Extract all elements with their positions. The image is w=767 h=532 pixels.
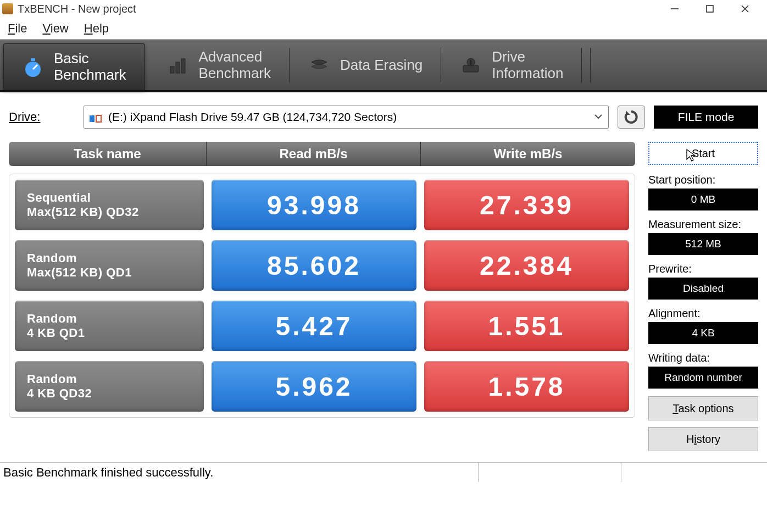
measurement-size-label: Measurement size: [648,218,758,231]
menu-view-label: iew [51,21,69,35]
start-position-value[interactable]: 0 MB [648,189,758,210]
stopwatch-icon [22,56,44,78]
task-cell: Random Max(512 KB) QD1 [15,240,204,291]
write-cell: 27.339 [424,180,629,230]
task-cell: Random 4 KB QD1 [15,301,204,351]
col-read: Read mB/s [207,142,421,166]
alignment-value[interactable]: 4 KB [648,322,758,344]
prewrite-value[interactable]: Disabled [648,278,758,300]
write-cell: 1.578 [424,361,629,412]
read-cell: 93.998 [212,180,416,230]
titlebar: TxBENCH - New project [0,0,767,18]
read-cell: 5.427 [212,301,416,351]
menubar: File View Help [0,18,767,40]
svg-rect-1 [707,5,713,12]
history-button[interactable]: History [648,427,758,451]
write-cell: 1.551 [424,301,629,351]
tab-label: Drive Information [492,49,563,82]
window-title: TxBENCH - New project [18,3,665,15]
tab-label: Basic Benchmark [54,51,126,84]
start-button[interactable]: Start [648,142,758,165]
tab-advanced-benchmark[interactable]: Advanced Benchmark [148,40,290,90]
write-cell: 22.384 [424,240,629,291]
measurement-size-value[interactable]: 512 MB [648,233,758,255]
tab-label: Advanced Benchmark [199,49,271,82]
svg-rect-7 [170,66,174,73]
writing-data-label: Writing data: [648,352,758,364]
svg-rect-9 [181,59,185,73]
app-icon [2,3,13,14]
drive-info-icon: i [460,54,482,76]
erase-icon [308,54,330,76]
status-segment [478,463,621,482]
read-cell: 5.962 [212,361,416,412]
drive-select-value: (E:) iXpand Flash Drive 59.47 GB (124,73… [108,110,397,124]
tab-data-erasing[interactable]: Data Erasing [290,40,441,90]
result-row: Sequential Max(512 KB) QD32 93.998 27.33… [15,180,629,230]
sidebar: Start Start position: 0 MB Measurement s… [648,142,758,458]
status-segment [621,463,764,482]
task-options-button[interactable]: Task options [648,396,758,420]
svg-rect-14 [96,115,101,122]
writing-data-value[interactable]: Random number [648,367,758,389]
chevron-down-icon [594,110,603,124]
drive-select[interactable]: (E:) iXpand Flash Drive 59.47 GB (124,73… [84,106,609,129]
start-position-label: Start position: [648,174,758,186]
refresh-button[interactable] [618,106,645,129]
refresh-icon [624,109,639,125]
tab-basic-benchmark[interactable]: Basic Benchmark [3,43,145,90]
tab-strip: Basic Benchmark Advanced Benchmark Data … [0,40,767,92]
prewrite-label: Prewrite: [648,263,758,275]
bar-chart-icon [167,54,189,76]
tab-drive-information[interactable]: i Drive Information [441,40,582,90]
menu-file-label: ile [15,21,27,35]
cursor-icon [686,148,697,165]
drive-label: Drive: [9,110,75,124]
task-cell: Random 4 KB QD32 [15,361,204,412]
file-mode-button[interactable]: FILE mode [654,106,758,129]
col-write: Write mB/s [421,142,635,166]
menu-help[interactable]: Help [84,21,109,36]
close-button[interactable] [735,1,755,16]
menu-file[interactable]: File [8,21,27,36]
read-cell: 85.602 [212,240,416,291]
minimize-button[interactable] [665,1,685,16]
svg-rect-8 [176,62,180,73]
svg-rect-13 [90,115,95,122]
status-message: Basic Benchmark finished successfully. [3,465,478,480]
results-rows: Sequential Max(512 KB) QD32 93.998 27.33… [9,174,635,418]
menu-view[interactable]: View [42,21,68,36]
drive-icon [90,113,102,121]
menu-help-label: elp [93,21,109,35]
results-panel: Task name Read mB/s Write mB/s Sequentia… [9,142,635,458]
maximize-button[interactable] [700,1,720,16]
svg-rect-5 [31,58,35,61]
task-cell: Sequential Max(512 KB) QD32 [15,180,204,230]
result-row: Random 4 KB QD32 5.962 1.578 [15,361,629,412]
status-bar: Basic Benchmark finished successfully. [0,462,767,482]
tab-spacer [582,40,591,90]
result-row: Random 4 KB QD1 5.427 1.551 [15,301,629,351]
results-header: Task name Read mB/s Write mB/s [9,142,635,166]
file-mode-label: FILE mode [678,110,735,124]
col-task: Task name [9,142,207,166]
svg-rect-10 [463,65,479,72]
alignment-label: Alignment: [648,307,758,320]
drive-row: Drive: (E:) iXpand Flash Drive 59.47 GB … [0,92,767,135]
svg-text:i: i [470,59,472,66]
tab-label: Data Erasing [340,57,423,74]
result-row: Random Max(512 KB) QD1 85.602 22.384 [15,240,629,291]
